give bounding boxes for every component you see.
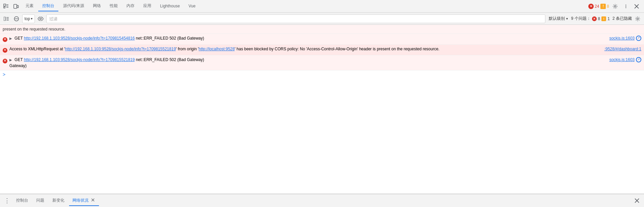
- entry-body-2: Access to XMLHttpRequest at 'http://192.…: [9, 46, 596, 52]
- bottom-tab-network[interactable]: 网络状况: [69, 195, 99, 206]
- tab-performance[interactable]: 性能: [106, 1, 122, 11]
- entry-gateway-3: Gateway): [9, 63, 26, 68]
- issues-error-icon: ✕: [592, 16, 597, 21]
- eye-icon[interactable]: [36, 14, 45, 23]
- svg-rect-13: [4, 17, 5, 21]
- console-entry-1: ✕ ▶ GET http://192.168.1.103:9528/sockjs…: [0, 34, 644, 45]
- entry-source-3[interactable]: sockjs.js:1603: [605, 57, 635, 63]
- level-selector[interactable]: 默认级别 ▾: [547, 14, 570, 23]
- entry-link-1[interactable]: http://192.168.1.103:9528/sockjs-node/in…: [24, 36, 135, 41]
- context-dropdown-icon: ▾: [31, 17, 33, 20]
- error-icon-2: ✕: [3, 47, 7, 53]
- entry-body-1: ▶ GET http://192.168.1.103:9528/sockjs-n…: [9, 35, 601, 41]
- svg-point-7: [614, 5, 616, 7]
- device-toggle-icon[interactable]: [11, 2, 21, 11]
- initial-text: present on the requested resource.: [3, 27, 65, 32]
- error-icon-3: ✕: [3, 57, 7, 63]
- entry-get-label-3: GET: [14, 57, 24, 62]
- network-link-icon-1[interactable]: ↗: [636, 36, 641, 41]
- bottom-tab-changes[interactable]: 新变化: [49, 196, 68, 206]
- level-label: 默认级别: [549, 16, 565, 21]
- tab-memory[interactable]: 内存: [122, 1, 139, 11]
- entry-link-3[interactable]: http://192.168.1.103:9528/sockjs-node/in…: [24, 57, 135, 62]
- initial-text-entry: present on the requested resource.: [0, 25, 644, 34]
- entry-link-2a[interactable]: http://192.168.1.103:9528/sockjs-node/in…: [65, 47, 176, 51]
- entry-get-label-1: GET: [14, 36, 24, 41]
- svg-point-9: [626, 6, 626, 6]
- console-entry-3: ✕ ▶ GET http://192.168.1.103:9528/sockjs…: [0, 55, 644, 70]
- error-count: 24: [595, 4, 599, 9]
- tab-source[interactable]: 源代码/来源: [59, 1, 88, 11]
- bottom-tab-network-label: 网络状况: [72, 198, 89, 203]
- tab-console[interactable]: 控制台: [38, 1, 58, 11]
- expand-triangle-1[interactable]: ▶: [9, 36, 12, 41]
- tab-network[interactable]: 网络: [89, 1, 105, 11]
- console-toolbar: top ▾ 默认级别 ▾ 9 个问题： ✕ 8 ! 1 2 条已隐藏: [0, 13, 644, 25]
- entry-text-2b: ' from origin ': [176, 47, 199, 51]
- level-dropdown-icon: ▾: [566, 17, 568, 20]
- svg-point-19: [40, 18, 41, 19]
- console-entry-2: ✕ Access to XMLHttpRequest at 'http://19…: [0, 45, 644, 55]
- close-devtools-button[interactable]: [632, 2, 641, 11]
- issues-warning-icon: !: [601, 16, 606, 21]
- issues-error-count: 8: [598, 16, 600, 21]
- bottom-tab-console[interactable]: 控制台: [13, 196, 32, 206]
- warning-square-icon: !: [600, 4, 606, 9]
- nav-right: ✕ 24 ! 8: [588, 2, 641, 11]
- expand-triangle-3[interactable]: ▶: [9, 57, 12, 62]
- error-badge[interactable]: ✕ 24: [588, 4, 599, 9]
- console-settings-button[interactable]: [633, 14, 642, 23]
- tab-application[interactable]: 应用: [139, 1, 155, 11]
- more-icon[interactable]: [621, 2, 631, 11]
- tab-elements[interactable]: 元素: [21, 1, 38, 11]
- hidden-count: 2 条已隐藏: [612, 16, 632, 21]
- warning-badge[interactable]: ! 8: [600, 4, 609, 9]
- svg-rect-0: [4, 4, 6, 6]
- sidebar-toggle-button[interactable]: [2, 14, 11, 23]
- settings-icon[interactable]: [610, 2, 620, 11]
- context-value: top: [24, 16, 30, 21]
- svg-point-10: [626, 7, 626, 8]
- svg-rect-1: [4, 7, 5, 8]
- error-icon-1: ✕: [3, 36, 7, 42]
- tab-vue[interactable]: Vue: [184, 2, 200, 11]
- bottom-tab-network-close[interactable]: [90, 197, 96, 203]
- entry-suffix-3: net::ERR_FAILED 502 (Bad Gateway): [136, 57, 204, 62]
- svg-rect-5: [14, 4, 17, 8]
- issues-warning-count: 1: [607, 16, 610, 21]
- issues-count: 9 个问题： ✕ 8 ! 1: [571, 16, 610, 21]
- entry-text-2c: ' has been blocked by CORS policy: No 'A…: [235, 47, 440, 51]
- bottom-tab-issues[interactable]: 问题: [33, 196, 48, 206]
- console-content: present on the requested resource. ✕ ▶ G…: [0, 25, 644, 194]
- entry-suffix-1: net::ERR_FAILED 502 (Bad Gateway): [136, 36, 204, 41]
- svg-point-8: [626, 4, 626, 5]
- prompt-chevron[interactable]: >: [3, 72, 5, 77]
- entry-source-2[interactable]: :9528/#/dashboard:1: [600, 47, 641, 51]
- prompt-line: >: [0, 70, 644, 79]
- entry-text-2a: Access to XMLHttpRequest at ': [9, 47, 65, 51]
- close-panel-button[interactable]: [633, 196, 641, 205]
- filter-input[interactable]: [46, 14, 545, 23]
- issues-label: 9 个问题：: [571, 16, 591, 21]
- top-nav: 元素 控制台 源代码/来源 网络 性能 内存 应用 Lighthouse Vue…: [0, 0, 644, 13]
- svg-rect-6: [17, 5, 18, 8]
- svg-point-20: [637, 18, 639, 19]
- context-selector[interactable]: top ▾: [22, 14, 35, 23]
- entry-link-2b[interactable]: http://localhost:9528: [199, 47, 234, 51]
- clear-console-button[interactable]: [12, 14, 21, 23]
- error-circle-icon: ✕: [588, 4, 594, 9]
- inspect-icon[interactable]: [1, 2, 11, 11]
- network-link-icon-3[interactable]: ↗: [636, 57, 641, 62]
- tab-lighthouse[interactable]: Lighthouse: [156, 2, 184, 11]
- bottom-panel: ⋮ 控制台 问题 新变化 网络状况: [0, 194, 644, 207]
- warning-count: 8: [607, 4, 609, 9]
- entry-body-3: ▶ GET http://192.168.1.103:9528/sockjs-n…: [9, 57, 601, 69]
- entry-source-1[interactable]: sockjs.js:1603: [605, 35, 635, 41]
- bottom-dots-menu[interactable]: ⋮: [3, 197, 11, 204]
